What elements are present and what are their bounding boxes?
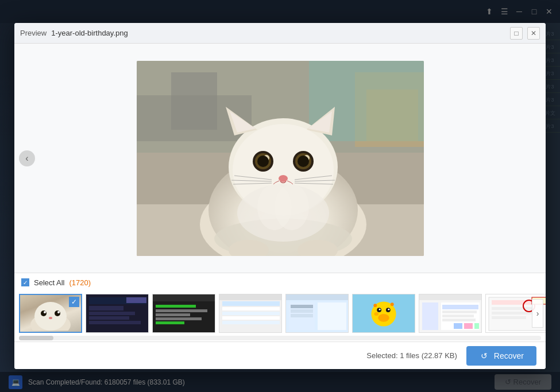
svg-rect-88	[442, 305, 478, 309]
svg-rect-90	[442, 315, 474, 317]
select-all-checkbox[interactable]: ✓	[21, 278, 29, 286]
modal-filename: 1-year-old-birthday.png	[51, 29, 128, 37]
thumbnails-strip: ✓	[14, 292, 546, 335]
svg-point-82	[391, 302, 394, 306]
svg-rect-61	[219, 294, 282, 300]
svg-rect-68	[286, 294, 349, 300]
svg-rect-52	[126, 297, 146, 303]
svg-rect-64	[222, 312, 280, 315]
svg-rect-55	[156, 305, 196, 308]
selected-info-text: Selected: 1 files (22.87 KB)	[366, 351, 457, 360]
svg-point-41	[41, 311, 47, 316]
svg-rect-63	[222, 307, 280, 311]
svg-point-78	[379, 308, 381, 310]
svg-point-40	[34, 302, 67, 331]
svg-point-44	[57, 311, 60, 313]
svg-rect-56	[156, 309, 207, 312]
svg-rect-85	[419, 294, 482, 300]
thumbnail-item[interactable]: ✓	[19, 294, 82, 333]
select-all-label: Select All	[34, 278, 64, 287]
thumbnail-image	[86, 294, 148, 332]
svg-rect-57	[156, 313, 190, 316]
thumbnail-item[interactable]	[352, 294, 415, 333]
svg-rect-98	[492, 307, 532, 310]
svg-rect-54	[153, 294, 215, 301]
svg-rect-89	[442, 311, 477, 313]
thumbnail-item[interactable]	[152, 294, 215, 333]
svg-rect-86	[422, 302, 438, 330]
svg-rect-91	[442, 319, 476, 321]
svg-rect-62	[222, 301, 280, 306]
svg-rect-71	[291, 305, 313, 308]
thumbnail-item[interactable]	[285, 294, 349, 333]
thumbnail-image	[353, 294, 415, 332]
svg-rect-51	[89, 321, 141, 324]
thumbnail-check: ✓	[69, 297, 79, 307]
preview-image	[137, 61, 424, 256]
recover-button[interactable]: ↺ Recover	[466, 346, 536, 366]
svg-rect-94	[474, 323, 479, 329]
svg-point-79	[388, 308, 389, 310]
svg-rect-99	[492, 312, 538, 315]
svg-point-83	[374, 312, 379, 316]
svg-rect-65	[222, 316, 280, 320]
svg-point-25	[298, 156, 309, 167]
preview-modal: Preview 1-year-old-birthday.png □ ✕ ‹	[14, 23, 546, 369]
select-all-count: (1720)	[69, 278, 91, 287]
thumbnail-image	[419, 294, 481, 332]
svg-rect-59	[156, 321, 184, 324]
svg-rect-49	[89, 312, 135, 315]
modal-maximize-button[interactable]: □	[510, 27, 523, 40]
svg-point-43	[44, 311, 46, 313]
thumbnails-next-button[interactable]: ›	[532, 299, 543, 328]
modal-close-button[interactable]: ✕	[527, 27, 540, 40]
thumbnail-item[interactable]	[219, 294, 282, 333]
scrollbar-thumb[interactable]	[19, 336, 53, 340]
recover-button-label: Recover	[494, 351, 524, 360]
svg-rect-100	[492, 316, 526, 319]
modal-titlebar: Preview 1-year-old-birthday.png □ ✕	[14, 23, 546, 44]
thumbnail-area: ✓ Select All (1720) ✓	[14, 273, 546, 341]
svg-point-26	[279, 175, 288, 182]
modal-title-label: Preview	[20, 29, 47, 37]
svg-rect-50	[89, 316, 129, 320]
svg-rect-66	[222, 321, 280, 324]
svg-rect-92	[454, 323, 462, 329]
recover-icon: ↺	[479, 351, 489, 361]
thumbnail-item[interactable]	[86, 294, 149, 333]
svg-point-42	[55, 311, 60, 316]
svg-point-38	[275, 184, 309, 230]
thumbnail-item[interactable]	[419, 294, 482, 333]
select-all-bar: ✓ Select All (1720)	[14, 273, 546, 292]
image-preview-area: ‹	[14, 44, 546, 273]
svg-point-81	[373, 304, 377, 307]
modal-footer: Selected: 1 files (22.87 KB) ↺ Recover	[14, 341, 546, 369]
thumbnail-image	[153, 294, 215, 332]
svg-rect-72	[291, 309, 313, 313]
svg-point-45	[49, 317, 52, 319]
svg-rect-58	[156, 317, 202, 320]
svg-rect-70	[318, 302, 346, 330]
prev-image-button[interactable]: ‹	[19, 150, 35, 166]
svg-rect-48	[89, 306, 123, 311]
svg-rect-73	[291, 314, 313, 317]
svg-point-80	[378, 313, 389, 321]
thumbnail-image	[219, 294, 281, 332]
thumbnail-scrollbar[interactable]	[19, 336, 541, 340]
svg-point-24	[257, 156, 269, 167]
svg-rect-93	[464, 323, 473, 329]
